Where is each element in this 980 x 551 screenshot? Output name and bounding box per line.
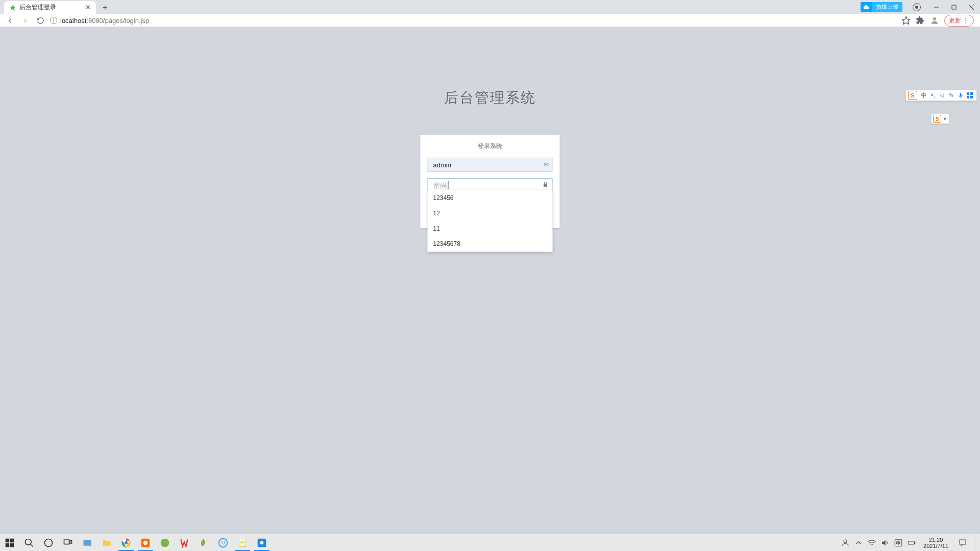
autocomplete-item[interactable]: 11 bbox=[428, 221, 552, 236]
tab-close-icon[interactable]: ✕ bbox=[85, 4, 91, 11]
url-port: :8080 bbox=[86, 17, 103, 24]
svg-line-21 bbox=[31, 544, 33, 546]
taskbar-app-recorder[interactable] bbox=[252, 534, 272, 551]
panel-header: 登录系统 bbox=[428, 142, 553, 151]
svg-rect-41 bbox=[908, 541, 914, 544]
svg-rect-25 bbox=[84, 540, 91, 546]
ime-toolbar[interactable]: S 中 •, ☺ ✎ bbox=[905, 90, 977, 101]
close-window-button[interactable] bbox=[963, 0, 980, 14]
svg-point-29 bbox=[143, 540, 148, 544]
autocomplete-item[interactable]: 12 bbox=[428, 206, 552, 221]
password-autocomplete-dropdown: 123456 12 11 12345678 bbox=[428, 190, 553, 252]
svg-rect-5 bbox=[952, 5, 956, 9]
menu-dots-icon: ⋮ bbox=[963, 17, 969, 24]
address-bar[interactable]: i localhost:8080/pages/login.jsp bbox=[50, 17, 897, 24]
ime-punctuation-icon[interactable]: •, bbox=[928, 91, 938, 100]
lock-icon bbox=[543, 182, 549, 189]
ime-tray-icon[interactable]: 中 bbox=[894, 538, 903, 547]
reload-button[interactable] bbox=[35, 15, 46, 26]
svg-rect-24 bbox=[70, 540, 71, 543]
ime-voice-icon[interactable] bbox=[956, 91, 965, 100]
taskbar-app-blue-u[interactable]: U bbox=[213, 534, 233, 551]
svg-rect-42 bbox=[914, 542, 915, 543]
minimize-button[interactable] bbox=[928, 0, 945, 14]
svg-point-38 bbox=[844, 540, 847, 543]
browser-tab[interactable]: 后台管理登录 ✕ bbox=[4, 1, 96, 14]
ime-toolbox-icon[interactable] bbox=[965, 91, 974, 100]
svg-point-30 bbox=[161, 538, 169, 547]
autocomplete-item[interactable]: 12345678 bbox=[428, 236, 552, 252]
svg-text:中: 中 bbox=[896, 541, 900, 545]
start-button[interactable] bbox=[0, 534, 19, 551]
tray-expand-icon[interactable] bbox=[854, 538, 863, 547]
sogou-logo-icon: S bbox=[908, 91, 917, 100]
taskbar-app-green[interactable] bbox=[155, 534, 175, 551]
account-status-icon[interactable] bbox=[913, 3, 921, 11]
new-tab-button[interactable]: + bbox=[99, 2, 111, 14]
tab-title: 后台管理登录 bbox=[19, 3, 82, 12]
svg-point-3 bbox=[865, 5, 868, 8]
cortana-button[interactable] bbox=[39, 534, 58, 551]
chrome-icon[interactable] bbox=[116, 534, 136, 551]
svg-point-27 bbox=[125, 541, 128, 544]
taskbar-app-1[interactable] bbox=[78, 534, 97, 551]
envelope-icon: ✉ bbox=[544, 161, 549, 168]
svg-rect-18 bbox=[6, 543, 10, 547]
people-icon[interactable] bbox=[841, 538, 850, 547]
task-view-button[interactable] bbox=[58, 534, 78, 551]
site-info-icon[interactable]: i bbox=[50, 17, 57, 24]
bookmark-star-icon[interactable] bbox=[901, 16, 911, 25]
svg-rect-17 bbox=[10, 538, 14, 542]
ime-skin-icon[interactable]: ✎ bbox=[947, 91, 956, 100]
network-icon[interactable] bbox=[867, 538, 876, 547]
taskbar-app-note[interactable] bbox=[233, 534, 252, 551]
back-button[interactable] bbox=[4, 15, 15, 26]
taskbar-app-orange[interactable] bbox=[136, 534, 155, 551]
taskbar-clock[interactable]: 21:20 2021/7/11 bbox=[920, 537, 951, 549]
svg-marker-0 bbox=[10, 4, 16, 10]
update-label: 更新 bbox=[949, 16, 961, 25]
svg-rect-19 bbox=[10, 543, 14, 547]
baidu-upload-badge[interactable]: 拍摄上传 bbox=[861, 2, 902, 12]
taskbar-app-leaf[interactable] bbox=[194, 534, 213, 551]
battery-icon[interactable] bbox=[907, 538, 916, 547]
username-input[interactable] bbox=[428, 158, 553, 172]
taskbar-right: 中 21:20 2021/7/11 bbox=[841, 534, 980, 551]
extensions-icon[interactable] bbox=[916, 16, 925, 25]
address-bar-row: i localhost:8080/pages/login.jsp 更新 ⋮ bbox=[0, 14, 980, 27]
ime-emoji-icon[interactable]: ☺ bbox=[938, 91, 947, 100]
windows-taskbar: U 中 21:20 2021/7/11 bbox=[0, 534, 980, 551]
autocomplete-item[interactable]: 123456 bbox=[428, 190, 552, 206]
profile-avatar-icon[interactable] bbox=[930, 16, 939, 25]
show-desktop-button[interactable] bbox=[974, 534, 977, 551]
cloud-icon bbox=[861, 4, 872, 11]
clock-time: 21:20 bbox=[923, 537, 948, 543]
ime-mini-bar[interactable]: S ▾ bbox=[931, 114, 949, 124]
browser-chrome: 后台管理登录 ✕ + 拍摄上传 i bbox=[0, 0, 980, 27]
page-title: 后台管理系统 bbox=[444, 88, 536, 108]
svg-point-20 bbox=[26, 539, 32, 545]
toolbar-right-icons: 更新 ⋮ bbox=[901, 15, 976, 27]
window-controls: 拍摄上传 bbox=[861, 0, 980, 14]
text-cursor-icon bbox=[448, 181, 449, 189]
search-button[interactable] bbox=[19, 534, 39, 551]
action-center-icon[interactable] bbox=[955, 534, 970, 551]
svg-rect-13 bbox=[970, 92, 973, 95]
username-field: ✉ bbox=[428, 158, 553, 172]
sogou-logo-icon: S bbox=[933, 115, 941, 123]
svg-point-9 bbox=[933, 17, 936, 20]
volume-icon[interactable] bbox=[880, 538, 890, 547]
svg-rect-12 bbox=[967, 92, 969, 95]
forward-button[interactable] bbox=[19, 15, 31, 26]
svg-marker-8 bbox=[902, 17, 910, 24]
ime-mode-label[interactable]: 中 bbox=[919, 91, 928, 100]
url-host: localhost bbox=[60, 17, 86, 24]
page-content: 后台管理系统 登录系统 ✉ 123456 12 11 12345678 S 中 … bbox=[0, 27, 980, 551]
ime-dropdown-icon[interactable]: ▾ bbox=[943, 116, 947, 121]
svg-rect-14 bbox=[967, 96, 969, 98]
maximize-button[interactable] bbox=[945, 0, 963, 14]
svg-rect-23 bbox=[64, 540, 69, 544]
wps-icon[interactable] bbox=[175, 534, 194, 551]
update-button[interactable]: 更新 ⋮ bbox=[944, 15, 974, 27]
file-explorer-icon[interactable] bbox=[97, 534, 116, 551]
